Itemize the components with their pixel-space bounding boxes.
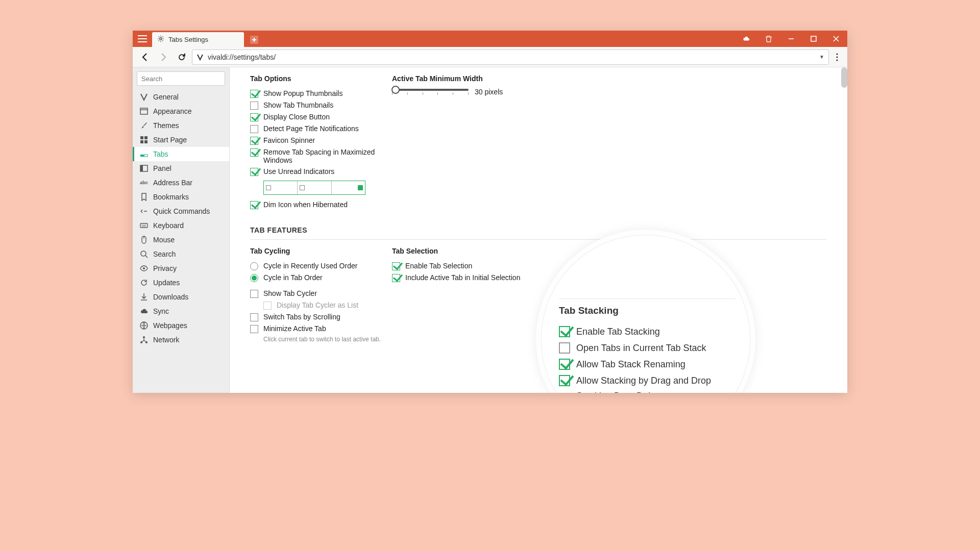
svg-point-17: [141, 251, 146, 256]
sidebar-item-network[interactable]: Network: [133, 333, 229, 347]
unread-preview: [263, 181, 365, 195]
active-tab-width-group: Active Tab Minimum Width 30 pixels: [392, 74, 540, 211]
menu-button[interactable]: [133, 31, 152, 47]
sidebar-item-keyboard[interactable]: Keyboard: [133, 218, 229, 233]
browser-window: Tabs Settings vivaldi://settings/tabs/ ▼: [133, 31, 847, 393]
sidebar-item-startpage[interactable]: Start Page: [133, 133, 229, 147]
stacking-heading: Tab Stacking: [559, 305, 736, 316]
svg-rect-15: [140, 223, 148, 228]
page-menu[interactable]: [831, 53, 843, 61]
tab-selection-group: Tab Selection Enable Tab Selection Inclu…: [392, 247, 540, 344]
svg-rect-9: [140, 140, 143, 143]
keyboard-icon: [140, 221, 148, 230]
drop-delay-label: Stacking Drop Delay: [576, 391, 736, 393]
svg-rect-14: [140, 165, 143, 171]
url-field[interactable]: vivaldi://settings/tabs/ ▼: [192, 49, 829, 65]
panel-icon: [140, 164, 148, 172]
gear-icon: [157, 35, 164, 44]
url-dropdown[interactable]: ▼: [819, 54, 824, 60]
sidebar-item-appearance[interactable]: Appearance: [133, 104, 229, 118]
sidebar-item-updates[interactable]: Updates: [133, 276, 229, 290]
checkbox-show-cycler[interactable]: Show Tab Cycler: [250, 288, 388, 299]
checkbox-drag-stack[interactable]: Allow Stacking by Drag and Drop: [559, 372, 736, 389]
tab-cycling-group: Tab Cycling Cycle in Recently Used Order…: [250, 247, 388, 344]
new-tab-button[interactable]: [247, 33, 261, 47]
checkbox-enable-selection[interactable]: Enable Tab Selection: [392, 260, 540, 272]
svg-rect-10: [144, 140, 148, 143]
min-width-value: 30 pixels: [475, 88, 503, 96]
vivaldi-icon: [140, 93, 148, 101]
grid-icon: [140, 136, 148, 144]
checkbox-show-popup-thumbnails[interactable]: Show Popup Thumbnails: [250, 88, 388, 99]
checkbox-minimize-active[interactable]: Minimize Active Tab: [250, 323, 388, 335]
checkbox-open-current-stack[interactable]: Open Tabs in Current Tab Stack: [559, 340, 736, 356]
search-icon: [140, 250, 148, 258]
divider: [250, 239, 827, 240]
sidebar-item-tabs[interactable]: Tabs: [133, 147, 229, 161]
sidebar-item-webpages[interactable]: Webpages: [133, 318, 229, 333]
svg-point-4: [836, 56, 838, 58]
tab-strip: Tabs Settings: [152, 31, 261, 47]
svg-rect-8: [144, 136, 148, 139]
back-button[interactable]: [137, 49, 153, 65]
quick-icon: [140, 207, 148, 215]
forward-button[interactable]: [155, 49, 172, 65]
svg-point-3: [836, 53, 838, 55]
tab-settings[interactable]: Tabs Settings: [152, 32, 244, 47]
checkbox-remove-spacing[interactable]: Remove Tab Spacing in Maximized Windows: [250, 146, 388, 166]
search-box[interactable]: [137, 71, 225, 86]
checkbox-favicon-spinner[interactable]: Favicon Spinner: [250, 135, 388, 146]
minimize-button[interactable]: [780, 31, 802, 47]
radio-cycle-order[interactable]: Cycle in Tab Order: [250, 272, 388, 284]
close-button[interactable]: [825, 31, 847, 47]
svg-point-20: [143, 336, 145, 338]
radio-cycle-recent[interactable]: Cycle in Recently Used Order: [250, 260, 388, 272]
maximize-button[interactable]: [802, 31, 825, 47]
checkbox-enable-stacking[interactable]: Enable Tab Stacking: [559, 323, 736, 340]
svg-rect-2: [811, 36, 816, 41]
sidebar-item-quickcommands[interactable]: Quick Commands: [133, 204, 229, 218]
sidebar-item-themes[interactable]: Themes: [133, 118, 229, 133]
tab-cycling-heading: Tab Cycling: [250, 247, 388, 255]
sidebar-item-privacy[interactable]: Privacy: [133, 261, 229, 276]
svg-rect-6: [140, 108, 148, 114]
checkbox-rename-stack[interactable]: Allow Tab Stack Renaming: [559, 356, 736, 372]
min-width-slider[interactable]: [392, 89, 469, 95]
svg-point-5: [836, 59, 838, 61]
sidebar-item-panel[interactable]: Panel: [133, 161, 229, 176]
bookmark-icon: [140, 193, 148, 201]
checkbox-unread-indicators[interactable]: Use Unread Indicators: [250, 166, 388, 178]
mouse-icon: [140, 236, 148, 244]
network-icon: [140, 336, 148, 344]
cloud-icon[interactable]: [735, 31, 757, 47]
scrollbar[interactable]: [841, 67, 847, 88]
cloud-icon: [140, 307, 148, 315]
reload-button[interactable]: [174, 49, 190, 65]
sidebar-item-bookmarks[interactable]: Bookmarks: [133, 190, 229, 204]
checkbox-dim-icon[interactable]: Dim Icon when Hibernated: [250, 199, 388, 211]
tab-options-group: Tab Options Show Popup Thumbnails Show T…: [250, 74, 388, 211]
globe-icon: [140, 321, 148, 330]
checkbox-display-close[interactable]: Display Close Button: [250, 111, 388, 123]
tab-title: Tabs Settings: [168, 36, 208, 43]
checkbox-show-tab-thumbnails[interactable]: Show Tab Thumbnails: [250, 99, 388, 111]
checkbox-detect-page-title[interactable]: Detect Page Title Notifications: [250, 123, 388, 135]
sidebar-item-addressbar[interactable]: abcAddress Bar: [133, 176, 229, 190]
search-input[interactable]: [137, 71, 225, 86]
download-icon: [140, 293, 148, 301]
sidebar-item-downloads[interactable]: Downloads: [133, 290, 229, 304]
trash-icon[interactable]: [757, 31, 780, 47]
sidebar-item-sync[interactable]: Sync: [133, 304, 229, 318]
sidebar-item-general[interactable]: General: [133, 90, 229, 104]
checkbox-cycler-list[interactable]: Display Tab Cycler as List: [263, 299, 388, 311]
tab-options-heading: Tab Options: [250, 74, 388, 83]
checkbox-include-active[interactable]: Include Active Tab in Initial Selection: [392, 272, 540, 284]
sidebar-item-mouse[interactable]: Mouse: [133, 233, 229, 247]
tab-features-heading: TAB FEATURES: [250, 226, 827, 234]
url-text: vivaldi://settings/tabs/: [208, 53, 815, 61]
brush-icon: [140, 121, 148, 130]
sidebar-item-search[interactable]: Search: [133, 247, 229, 261]
active-width-heading: Active Tab Minimum Width: [392, 74, 540, 83]
checkbox-switch-scroll[interactable]: Switch Tabs by Scrolling: [250, 311, 388, 323]
window-icon: [140, 107, 148, 115]
